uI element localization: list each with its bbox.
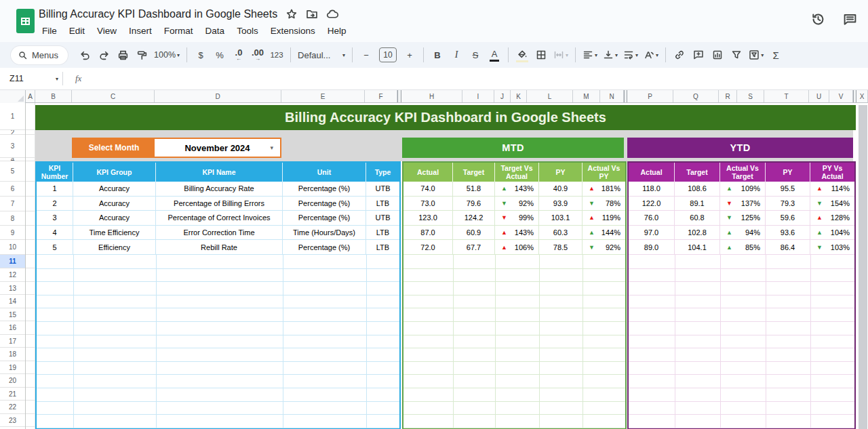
cell[interactable]: 60.3: [539, 226, 583, 241]
vertical-scrollbar[interactable]: [859, 105, 867, 429]
row-header-21[interactable]: 21: [0, 388, 25, 401]
cell[interactable]: 89.0: [629, 240, 675, 255]
header-cell[interactable]: Type: [366, 163, 399, 182]
font-size-input[interactable]: 10: [379, 47, 397, 62]
cell[interactable]: 74.0: [403, 182, 453, 197]
row-header-14[interactable]: 14: [0, 295, 25, 308]
header-cell[interactable]: Target: [453, 163, 495, 182]
row-header-2[interactable]: 2: [0, 130, 25, 135]
row-header-22[interactable]: 22: [0, 401, 25, 414]
column-header-F[interactable]: F: [365, 90, 397, 102]
cell[interactable]: 67.7: [453, 240, 495, 255]
cell[interactable]: Time (Hours/Days): [283, 226, 366, 241]
menu-format[interactable]: Format: [159, 24, 198, 37]
header-cell[interactable]: Actual: [629, 163, 675, 182]
comments-icon[interactable]: [843, 12, 857, 26]
empty-cells-region[interactable]: [403, 255, 625, 428]
row-header-5[interactable]: 5: [0, 161, 25, 182]
cell[interactable]: ▲109%: [720, 182, 766, 197]
cell[interactable]: 60.8: [675, 211, 720, 226]
insert-link-button[interactable]: [671, 46, 688, 64]
cell[interactable]: ▲119%: [583, 211, 625, 226]
row-header-16[interactable]: 16: [0, 321, 25, 335]
cell[interactable]: 5: [37, 240, 73, 255]
cell[interactable]: Percentage (%): [283, 240, 366, 255]
cell[interactable]: 60.9: [453, 226, 495, 241]
italic-button[interactable]: I: [448, 46, 465, 64]
sheets-logo-icon[interactable]: [16, 9, 35, 33]
menu-tools[interactable]: Tools: [232, 24, 263, 37]
menus-search-button[interactable]: Menus: [11, 46, 68, 64]
column-header-B[interactable]: B: [35, 90, 72, 102]
row-header-8[interactable]: 8: [0, 211, 25, 226]
cell[interactable]: 103.1: [539, 211, 583, 226]
create-filter-button[interactable]: [728, 46, 745, 64]
version-history-icon[interactable]: [811, 12, 825, 26]
cell[interactable]: ▼125%: [720, 211, 766, 226]
cell[interactable]: 3: [37, 211, 73, 226]
decrease-decimals-button[interactable]: .0←: [230, 46, 248, 64]
cell[interactable]: 72.0: [403, 240, 453, 255]
paint-format-button[interactable]: [133, 46, 151, 64]
column-header-K[interactable]: K: [511, 90, 527, 102]
header-cell[interactable]: PY: [766, 163, 810, 182]
merge-cells-button[interactable]: ▾: [551, 46, 570, 64]
cell[interactable]: 93.9: [539, 197, 583, 211]
cell[interactable]: ▼137%: [720, 197, 766, 211]
header-cell[interactable]: Target: [675, 163, 720, 182]
cell[interactable]: 104.1: [675, 240, 720, 255]
header-cell[interactable]: Target Vs Actual: [495, 163, 539, 182]
cell[interactable]: Accuracy: [73, 182, 156, 197]
cell[interactable]: 97.0: [629, 226, 675, 241]
column-header-L[interactable]: L: [527, 90, 573, 102]
cell[interactable]: 73.0: [403, 197, 453, 211]
cell[interactable]: 76.0: [629, 211, 675, 226]
cell[interactable]: Error Correction Time: [156, 226, 283, 241]
column-header-A[interactable]: A: [26, 90, 35, 102]
cell[interactable]: Time Efficiency: [73, 226, 156, 241]
column-header-S[interactable]: S: [737, 90, 764, 102]
vertical-align-button[interactable]: ▾: [601, 46, 620, 64]
row-header-19[interactable]: 19: [0, 361, 25, 374]
cell[interactable]: 93.6: [766, 226, 810, 241]
column-header-U[interactable]: U: [809, 90, 829, 102]
cell[interactable]: 2: [37, 197, 73, 211]
header-cell[interactable]: Unit: [283, 163, 366, 182]
header-cell[interactable]: KPI Number: [37, 163, 73, 182]
formula-input[interactable]: [88, 68, 868, 89]
cell[interactable]: Accuracy: [73, 197, 156, 211]
cell[interactable]: ▲143%: [495, 226, 539, 241]
column-header-X[interactable]: X: [856, 90, 868, 102]
cell[interactable]: ▲85%: [720, 240, 766, 255]
select-all-corner[interactable]: [0, 90, 26, 103]
insert-chart-button[interactable]: [709, 46, 726, 64]
menu-edit[interactable]: Edit: [64, 24, 90, 37]
row-header-1[interactable]: 1: [0, 103, 25, 130]
cell[interactable]: ▲104%: [810, 226, 854, 241]
cell[interactable]: 118.0: [629, 182, 675, 197]
header-cell[interactable]: Actual: [403, 163, 453, 182]
bold-button[interactable]: B: [429, 46, 446, 64]
row-header-9[interactable]: 9: [0, 226, 25, 240]
format-currency-button[interactable]: $: [192, 46, 210, 64]
cell[interactable]: 51.8: [453, 182, 495, 197]
cell[interactable]: UTB: [366, 211, 399, 226]
star-icon[interactable]: [285, 8, 298, 20]
menu-file[interactable]: File: [37, 24, 62, 37]
row-header-11[interactable]: 11: [0, 255, 25, 268]
row-header-15[interactable]: 15: [0, 308, 25, 321]
cell[interactable]: 59.6: [766, 211, 810, 226]
column-header-R[interactable]: R: [719, 90, 737, 102]
functions-button[interactable]: Σ: [767, 46, 785, 64]
column-header-V[interactable]: V: [829, 90, 853, 102]
strikethrough-button[interactable]: S: [467, 46, 484, 64]
increase-font-size-button[interactable]: +: [401, 46, 418, 64]
cell[interactable]: 87.0: [403, 226, 453, 241]
cell[interactable]: Percentage (%): [283, 197, 366, 211]
header-cell[interactable]: Actual Vs PY: [583, 163, 625, 182]
row-header-10[interactable]: 10: [0, 240, 25, 255]
horizontal-align-button[interactable]: ▾: [580, 46, 599, 64]
column-header-M[interactable]: M: [573, 90, 600, 102]
menu-view[interactable]: View: [92, 24, 121, 37]
ytd-banner[interactable]: YTD: [627, 138, 853, 158]
